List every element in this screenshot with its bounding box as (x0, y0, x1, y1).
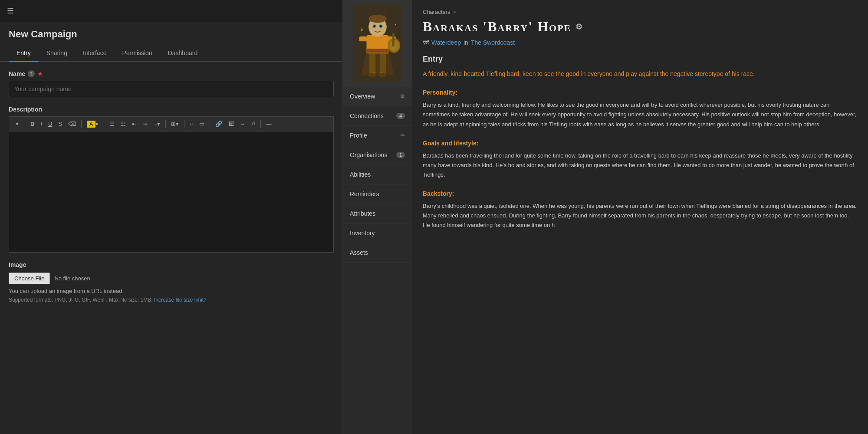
eraser-btn[interactable]: ⌫ (66, 119, 78, 128)
svg-rect-6 (366, 49, 388, 52)
nav-gear: ⚙ (400, 93, 405, 99)
name-label-text: Name (9, 70, 25, 77)
table-btn[interactable]: ⊞▾ (169, 119, 181, 128)
separator6 (210, 120, 210, 128)
highlight-btn[interactable]: A▾ (85, 119, 101, 128)
image-section: Image Choose File No file chosen You can… (9, 261, 334, 303)
tab-sharing[interactable]: Sharing (39, 45, 75, 62)
separator3 (104, 120, 104, 128)
breadcrumb-separator: > (453, 9, 457, 15)
nav-label-profile: Profile (350, 132, 367, 139)
personality-text: Barry is a kind, friendly and welcoming … (423, 100, 858, 129)
name-label: Name ? ★ (9, 70, 334, 77)
nav-item-abilities[interactable]: Abilities (343, 165, 412, 184)
ol-btn[interactable]: ☷ (118, 119, 128, 128)
bard-figure-svg: ♪ ♩ (352, 4, 404, 82)
link-btn[interactable]: 🔗 (213, 119, 224, 128)
svg-text:♩: ♩ (395, 21, 397, 26)
arrow-btn[interactable]: ↔ (238, 119, 248, 128)
nav-item-profile[interactable]: Profile ✏ (343, 126, 412, 145)
location-icon: 🗺 (423, 39, 429, 46)
settings-gear-icon[interactable]: ⚙ (575, 22, 583, 32)
separator7 (260, 120, 261, 128)
svg-point-13 (368, 15, 387, 23)
underline-btn[interactable]: U (46, 119, 54, 128)
right-panel: ♪ ♩ Overview ⚙ Connections 4 Profile ✏ O… (343, 0, 868, 434)
goals-title: Goals and lifestyle: (423, 140, 858, 147)
increase-limit-link[interactable]: Increase file size limit? (154, 297, 207, 303)
circle-btn[interactable]: ○ (187, 119, 195, 128)
edit-icon: ✏ (401, 132, 405, 138)
separator4 (165, 120, 166, 128)
nav-item-overview[interactable]: Overview ⚙ (343, 87, 412, 106)
indent-btn[interactable]: ⇤ (130, 119, 139, 128)
left-panel: ☰ New Campaign Entry Sharing Interface P… (0, 0, 343, 434)
format-info: Supported formats: PNG, JPG, GIF, WebP. … (9, 297, 334, 303)
nav-item-connections[interactable]: Connections 4 (343, 106, 412, 126)
connections-badge: 4 (396, 113, 405, 119)
nav-item-reminders[interactable]: Reminders (343, 184, 412, 204)
character-name-text: Barakas 'Barry' Hope (423, 19, 571, 35)
image-label: Image (9, 261, 334, 268)
print-btn[interactable]: ⎙ (250, 119, 257, 128)
nav-label-inventory: Inventory (350, 230, 375, 237)
ul-btn[interactable]: ☰ (107, 119, 117, 128)
url-upload-text: You can upload an image from a URL inste… (9, 288, 334, 294)
tab-entry[interactable]: Entry (9, 45, 39, 62)
nav-item-organisations[interactable]: Organisations 1 (343, 145, 412, 165)
tab-dashboard[interactable]: Dashboard (160, 45, 206, 62)
nav-label-attributes: Attributes (350, 210, 375, 217)
svg-rect-7 (359, 36, 367, 41)
svg-text:♪: ♪ (360, 26, 363, 33)
nav-label-assets: Assets (350, 249, 368, 256)
bold-btn[interactable]: B (28, 119, 36, 128)
highlight-label: A (87, 121, 95, 128)
nav-items: Overview ⚙ Connections 4 Profile ✏ Organ… (343, 87, 412, 263)
nav-label-reminders: Reminders (350, 191, 379, 197)
separator (25, 120, 25, 128)
backstory-title: Backstory: (423, 190, 858, 197)
svg-point-16 (374, 25, 375, 27)
image-btn[interactable]: 🖼 (226, 119, 236, 128)
character-content: Characters > Barakas 'Barry' Hope ⚙ 🗺 Wa… (412, 0, 868, 434)
separator2 (81, 120, 82, 128)
description-label: Description (9, 106, 334, 113)
svg-point-17 (380, 25, 382, 27)
backstory-text: Barry's childhood was a quiet, isolated … (423, 201, 858, 230)
nav-label-organisations: Organisations (350, 151, 387, 158)
location-in-text: in (464, 39, 468, 46)
location-region-link[interactable]: The Swordcoast (471, 39, 515, 46)
strikethrough-btn[interactable]: S (56, 119, 64, 128)
character-name-heading: Barakas 'Barry' Hope ⚙ (423, 19, 858, 35)
breadcrumb-characters[interactable]: Characters (423, 9, 450, 15)
character-sidebar: ♪ ♩ Overview ⚙ Connections 4 Profile ✏ O… (343, 0, 412, 434)
nav-item-attributes[interactable]: Attributes (343, 204, 412, 224)
dash-btn[interactable]: — (264, 119, 274, 128)
tab-permission[interactable]: Permission (114, 45, 160, 62)
required-star: ★ (37, 70, 43, 77)
box-btn[interactable]: ▭ (197, 119, 207, 128)
menu-icon[interactable]: ☰ (7, 6, 14, 16)
campaign-name-input[interactable] (9, 81, 334, 97)
outdent-btn[interactable]: ⇥ (141, 119, 150, 128)
description-editor[interactable] (9, 131, 334, 253)
magic-btn[interactable]: ✦ (13, 119, 22, 128)
nav-item-inventory[interactable]: Inventory (343, 224, 412, 243)
character-portrait: ♪ ♩ (343, 0, 412, 87)
choose-file-button[interactable]: Choose File (9, 273, 50, 284)
editor-toolbar: ✦ B I U S ⌫ A▾ ☰ ☷ ⇤ ⇥ ≡▾ ⊞▾ ○ ▭ 🔗 🖼 ↔ (9, 116, 334, 131)
form-content: Name ? ★ Description ✦ B I U S ⌫ A▾ ☰ ☷ … (0, 62, 342, 434)
italic-btn[interactable]: I (38, 119, 44, 128)
separator5 (184, 120, 184, 128)
help-icon[interactable]: ? (28, 70, 35, 77)
tab-interface[interactable]: Interface (75, 45, 114, 62)
nav-label-overview: Overview (350, 93, 375, 100)
location-line: 🗺 Waterdeep in The Swordcoast (423, 39, 858, 46)
organisations-badge: 1 (396, 152, 405, 158)
gear-icon[interactable]: ⚙ (400, 93, 405, 99)
nav-label-abilities: Abilities (350, 171, 371, 178)
align-btn[interactable]: ≡▾ (151, 119, 162, 128)
breadcrumb: Characters > (423, 9, 858, 15)
nav-item-assets[interactable]: Assets (343, 243, 412, 263)
location-city-link[interactable]: Waterdeep (431, 39, 461, 46)
